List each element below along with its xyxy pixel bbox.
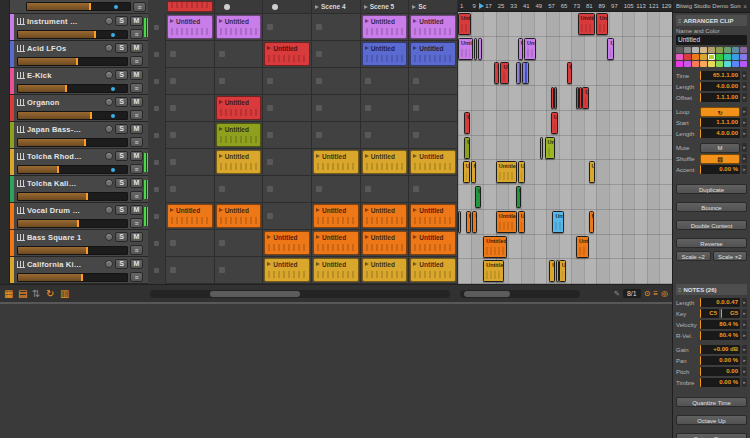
track-menu-button[interactable]: ≡ xyxy=(130,272,143,282)
arranger-clip[interactable]: Unt xyxy=(516,186,521,208)
record-arm-button[interactable] xyxy=(105,206,113,214)
record-arm-button[interactable] xyxy=(105,98,113,106)
clip-slot[interactable] xyxy=(312,95,361,122)
clip-slot[interactable] xyxy=(215,230,264,257)
scene-header[interactable] xyxy=(166,0,215,14)
launcher-clip[interactable]: Untitled xyxy=(362,42,408,66)
scale-button[interactable]: Scale ×2 xyxy=(713,251,748,261)
large-knob-icon[interactable]: ◎ xyxy=(661,289,668,298)
history-icon[interactable]: ▸ xyxy=(742,93,747,102)
color-swatch[interactable] xyxy=(724,54,731,60)
arranger-clip[interactable] xyxy=(522,62,529,84)
scene-stop-icon[interactable] xyxy=(272,4,278,10)
scene-stop-icon[interactable] xyxy=(224,4,230,10)
arranger-clip[interactable]: Untitled xyxy=(578,13,596,35)
mute-button[interactable]: M xyxy=(130,151,143,161)
clip-stop-button[interactable] xyxy=(154,79,159,84)
color-swatch[interactable] xyxy=(716,47,723,53)
mute-button[interactable]: M xyxy=(130,16,143,26)
clip-slot[interactable]: Untitled xyxy=(166,203,215,230)
launcher-clip[interactable]: Untitled xyxy=(216,123,262,147)
clip-slot[interactable]: Untitled xyxy=(263,257,312,284)
color-swatch[interactable] xyxy=(740,61,747,67)
launcher-clip[interactable]: Untitled xyxy=(216,150,262,174)
launcher-clip[interactable]: Untitled xyxy=(313,231,359,255)
clip-slot[interactable] xyxy=(166,41,215,68)
launcher-clip[interactable]: Untitled xyxy=(264,42,310,66)
duplicate-button[interactable]: Duplicate xyxy=(676,184,747,194)
solo-button[interactable]: S xyxy=(115,70,128,80)
arranger-clip[interactable]: Unt xyxy=(500,62,508,84)
clip-slot[interactable] xyxy=(312,68,361,95)
pan-indicator[interactable] xyxy=(111,87,115,91)
launcher-clip[interactable]: Untitled xyxy=(264,258,310,282)
clip-slot[interactable]: Untitled xyxy=(409,203,458,230)
arranger-clip[interactable]: Unt xyxy=(589,161,596,183)
launcher-clip[interactable]: Untitled xyxy=(313,204,359,228)
clip-slot[interactable] xyxy=(263,122,312,149)
history-icon[interactable]: ▸ xyxy=(742,309,747,318)
track-row[interactable]: Bass Square 1SM≡ xyxy=(10,230,148,257)
track-row[interactable]: California Ki…SM≡ xyxy=(10,257,148,284)
volume-fader[interactable] xyxy=(17,111,128,120)
scene-header[interactable] xyxy=(215,0,264,14)
track-menu-button[interactable]: ≡ xyxy=(130,191,143,201)
history-icon[interactable]: ▸ xyxy=(742,378,747,387)
clip-slot[interactable] xyxy=(166,176,215,203)
octave-up-button[interactable]: Octave Up xyxy=(676,415,747,425)
color-swatch[interactable] xyxy=(700,54,707,60)
clip-slot[interactable] xyxy=(409,95,458,122)
history-icon[interactable]: ▸ xyxy=(742,129,747,138)
color-swatch[interactable] xyxy=(724,61,731,67)
scene-header[interactable] xyxy=(263,0,312,14)
volume-fader[interactable] xyxy=(17,30,128,39)
clip-slot[interactable]: Untitled xyxy=(409,230,458,257)
launcher-clip[interactable]: Untitled xyxy=(216,96,262,120)
history-icon[interactable]: ▸ xyxy=(742,165,747,174)
arranger-clip[interactable]: U xyxy=(554,87,557,109)
solo-button[interactable]: S xyxy=(115,232,128,242)
color-swatch[interactable] xyxy=(684,54,691,60)
track-row[interactable]: Instrument …SM≡ xyxy=(10,14,148,41)
beat-ruler[interactable]: 191725334149576573818997105113121129 xyxy=(458,0,672,12)
arranger-clip[interactable]: Untitled xyxy=(496,161,517,183)
launcher-clip[interactable]: Untitled xyxy=(362,204,408,228)
clip-stop-button[interactable] xyxy=(154,133,159,138)
solo-button[interactable]: S xyxy=(115,178,128,188)
arranger-clip-section[interactable]: ≡ARRANGER CLIP xyxy=(676,15,747,26)
clip-slot[interactable] xyxy=(215,68,264,95)
track-name[interactable]: Bass Square 1 xyxy=(27,233,103,242)
launcher-clip[interactable]: Untitled xyxy=(362,150,408,174)
clip-slot[interactable] xyxy=(263,176,312,203)
arranger-clip[interactable]: Untitled xyxy=(576,236,589,258)
launcher-clip[interactable]: Untitled xyxy=(410,258,456,282)
arranger-clip[interactable]: Unt xyxy=(545,137,555,159)
track-name[interactable]: Acid LFOs xyxy=(27,44,103,53)
color-swatch[interactable] xyxy=(716,54,723,60)
clip-slot[interactable] xyxy=(263,14,312,41)
pan-value[interactable]: 0.00 % xyxy=(700,356,740,365)
arranger-clip[interactable]: Unt xyxy=(589,211,594,233)
history-icon[interactable]: ▸ xyxy=(742,331,747,340)
pan-indicator[interactable] xyxy=(114,5,118,9)
arranger-clip[interactable]: Un xyxy=(464,112,469,134)
close-icon[interactable]: × xyxy=(743,3,747,10)
arranger-clip[interactable]: U xyxy=(518,38,523,60)
clip-slot[interactable] xyxy=(166,149,215,176)
timbre-value[interactable]: 0.00 % xyxy=(700,378,740,387)
menu-icon[interactable]: ≡ xyxy=(653,289,658,298)
arranger-clip[interactable]: Untitled xyxy=(496,211,517,233)
clip-slot[interactable] xyxy=(312,41,361,68)
clip-slot[interactable]: Untitled xyxy=(166,14,215,41)
track-menu-button[interactable]: ≡ xyxy=(130,56,143,66)
small-knob-icon[interactable]: ⊙ xyxy=(644,289,651,298)
clip-stop-button[interactable] xyxy=(154,241,159,246)
history-icon[interactable]: ▸ xyxy=(742,71,747,80)
arranger-scrollbar[interactable] xyxy=(460,290,580,298)
launcher-clip[interactable]: Untitled xyxy=(410,150,456,174)
arranger-clip[interactable]: Unt xyxy=(559,260,566,282)
offset-value[interactable]: 1.1.1.00 xyxy=(700,93,740,102)
arranger-clip[interactable]: Unt xyxy=(463,161,470,183)
time-value[interactable]: 65.1.1.00 xyxy=(700,71,740,80)
solo-button[interactable]: S xyxy=(115,259,128,269)
